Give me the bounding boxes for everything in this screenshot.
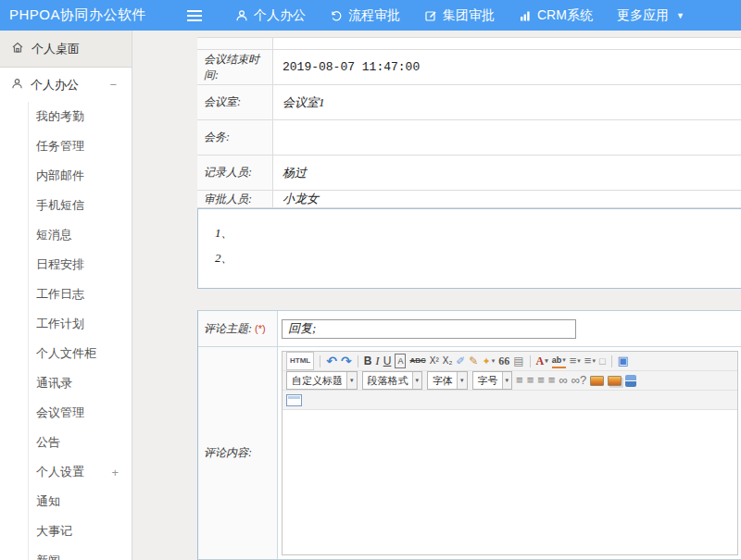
- nav-crm-system[interactable]: CRM系统: [519, 7, 593, 24]
- caret-down-icon: ▾: [545, 355, 548, 367]
- content-line: 2、: [215, 245, 741, 270]
- paste-icon[interactable]: ▤: [513, 355, 523, 367]
- sidebar-item[interactable]: 我的考勤: [29, 102, 132, 131]
- unordered-list-button[interactable]: ≡▾: [584, 355, 596, 367]
- align-left-icon[interactable]: ≡: [516, 374, 523, 387]
- sidebar-item[interactable]: 日程安排: [29, 250, 132, 280]
- sidebar-item[interactable]: 会议管理: [29, 398, 132, 428]
- comment-subject-input[interactable]: [282, 319, 576, 339]
- italic-button[interactable]: I: [375, 355, 379, 367]
- nav-more-apps[interactable]: 更多应用 ▼: [617, 7, 684, 24]
- expand-icon[interactable]: +: [111, 466, 119, 479]
- align-right-icon[interactable]: ≡: [537, 374, 545, 387]
- sidebar-item[interactable]: 通讯录: [29, 368, 132, 398]
- editor-content-area[interactable]: [283, 410, 737, 554]
- nav-workflow-approval[interactable]: 流程审批: [330, 7, 400, 24]
- top-navigation: 个人办公 流程审批 集团审批 CRM系统 更多应用 ▼: [235, 7, 684, 24]
- underline-button[interactable]: U: [383, 355, 392, 367]
- comment-subject-cell: [278, 311, 741, 346]
- sidebar-item[interactable]: 个人设置 +: [29, 457, 132, 487]
- nav-personal-office[interactable]: 个人办公: [235, 7, 306, 24]
- field-value: 会议室1: [273, 85, 741, 119]
- comment-subject-row: 评论主题: (*): [198, 311, 741, 347]
- font-border-button[interactable]: A: [395, 354, 406, 368]
- undo-icon[interactable]: ↶: [326, 355, 337, 367]
- blockquote-button[interactable]: 66: [498, 355, 509, 367]
- collapse-icon[interactable]: −: [109, 78, 117, 92]
- sidebar-item[interactable]: 工作日志: [29, 280, 132, 309]
- sidebar-item[interactable]: 大事记: [29, 516, 132, 546]
- sidebar-item[interactable]: 通知: [29, 487, 132, 516]
- format-brush-icon[interactable]: ✎: [469, 355, 478, 367]
- image-manager-icon[interactable]: [608, 376, 622, 386]
- format-select[interactable]: 字号▾: [472, 371, 513, 390]
- person-icon: [235, 9, 248, 22]
- field-value: 小龙女: [273, 191, 741, 207]
- clipped-table-row: [197, 38, 741, 50]
- table-row: 记录人员: 杨过: [197, 156, 741, 191]
- sidebar-item-label: 大事记: [36, 523, 72, 540]
- sidebar-item-label: 日程安排: [36, 256, 84, 273]
- unlink-icon[interactable]: ∞?: [571, 374, 587, 387]
- sidebar-item-label: 会议管理: [36, 404, 84, 421]
- rich-text-editor: HTML ↶ ↷ B I U A ABC X² X₂ ✐ ✎: [282, 351, 738, 555]
- insert-image-icon[interactable]: [590, 376, 604, 386]
- field-label-cell: [197, 38, 273, 49]
- bold-button[interactable]: B: [364, 355, 372, 367]
- editor-toolbar-row-1: HTML ↶ ↷ B I U A ABC X² X₂ ✐ ✎: [283, 352, 737, 371]
- link-icon[interactable]: ∞: [559, 374, 567, 387]
- nav-label: 个人办公: [254, 7, 306, 24]
- field-label: 记录人员:: [197, 156, 273, 190]
- process-cycle-icon: [330, 9, 343, 22]
- format-select[interactable]: 段落格式▾: [362, 371, 423, 390]
- sidebar-item[interactable]: 工作计划: [29, 309, 132, 339]
- caret-down-icon: ▾: [412, 372, 422, 389]
- field-value: 2019-08-07 11:47:00: [273, 50, 741, 84]
- sidebar-item[interactable]: 手机短信: [29, 191, 132, 220]
- sidebar-item-label: 我的考勤: [36, 108, 84, 125]
- html-source-button[interactable]: HTML: [286, 352, 314, 370]
- hamburger-menu-icon[interactable]: [187, 15, 202, 17]
- toolbar-separator: [320, 355, 320, 367]
- insert-table-icon[interactable]: [286, 394, 302, 406]
- align-justify-icon[interactable]: ≡: [548, 374, 556, 387]
- caret-down-icon: ▼: [676, 11, 684, 20]
- highlight-button[interactable]: ab▾: [552, 354, 566, 368]
- format-select[interactable]: 字体▾: [427, 371, 468, 390]
- field-label: 会议室:: [197, 85, 273, 119]
- app-logo: PHPOA协同办公软件: [0, 6, 176, 24]
- sidebar-item[interactable]: 公告: [29, 428, 132, 457]
- sidebar-item-label: 内部邮件: [36, 168, 84, 184]
- nav-label: 集团审批: [443, 7, 495, 24]
- eraser-icon[interactable]: ✐: [456, 355, 465, 367]
- topbar: PHPOA协同办公软件 个人办公 流程审批 集团审批 CRM系统 更多应用 ▼: [0, 0, 741, 31]
- sidebar-item-desktop[interactable]: 个人桌面: [0, 31, 132, 68]
- nav-group-approval[interactable]: 集团审批: [424, 7, 495, 24]
- format-select[interactable]: 自定义标题▾: [286, 371, 358, 390]
- sidebar-item[interactable]: 短消息: [29, 220, 132, 250]
- sidebar-item[interactable]: 任务管理: [29, 131, 132, 161]
- toolbar-separator: [530, 355, 531, 367]
- sidebar-item[interactable]: 内部邮件: [29, 161, 132, 191]
- auto-typeset-icon[interactable]: ✦▾: [482, 355, 495, 367]
- sidebar-item[interactable]: 新闻: [29, 546, 132, 560]
- sidebar-group-personal-office[interactable]: 个人办公 −: [0, 68, 132, 102]
- superscript-button[interactable]: X²: [430, 355, 439, 367]
- align-center-icon[interactable]: ≡: [527, 374, 534, 387]
- new-page-icon[interactable]: □: [599, 355, 606, 367]
- comment-subject-label: 评论主题: (*): [198, 311, 278, 346]
- columns-icon[interactable]: [625, 375, 636, 387]
- sidebar-item[interactable]: 个人文件柜: [29, 339, 132, 368]
- font-color-button[interactable]: A▾: [536, 355, 548, 367]
- subscript-button[interactable]: X₂: [443, 355, 453, 367]
- toolbar-separator: [611, 355, 612, 367]
- format-selects: 自定义标题▾段落格式▾字体▾字号▾: [286, 371, 512, 390]
- meeting-content-textarea[interactable]: 1、 2、: [197, 208, 741, 289]
- field-value: [273, 120, 741, 155]
- sidebar-item-label: 短消息: [36, 227, 72, 243]
- ordered-list-button[interactable]: ≡▾: [570, 355, 581, 367]
- nav-label: 更多应用: [617, 7, 669, 24]
- preview-screen-icon[interactable]: ▣: [618, 355, 629, 367]
- redo-icon[interactable]: ↷: [341, 355, 352, 367]
- strikethrough-button[interactable]: ABC: [409, 355, 425, 367]
